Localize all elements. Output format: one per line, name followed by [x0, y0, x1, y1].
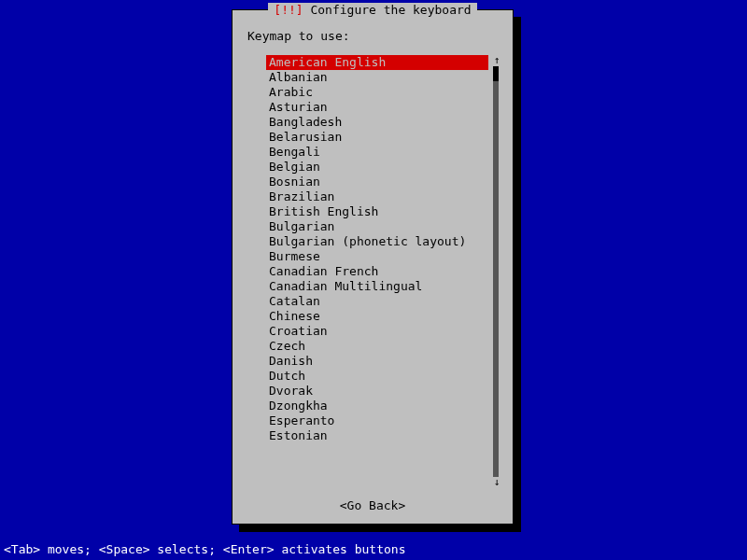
keymap-item[interactable]: Bangladesh — [266, 115, 488, 130]
keymap-item[interactable]: Czech — [266, 339, 488, 354]
keymap-item[interactable]: Chinese — [266, 309, 488, 324]
scroll-track[interactable] — [493, 66, 499, 477]
keymap-item[interactable]: American English — [266, 55, 488, 70]
keymap-item[interactable]: Bengali — [266, 145, 488, 160]
scroll-down-icon[interactable]: ↓ — [492, 477, 501, 488]
help-bar: <Tab> moves; <Space> selects; <Enter> ac… — [4, 542, 405, 556]
keymap-item[interactable]: Estonian — [266, 428, 488, 443]
keymap-item[interactable]: Bulgarian — [266, 219, 488, 234]
scroll-thumb[interactable] — [493, 66, 499, 81]
keymap-item[interactable]: Dzongkha — [266, 399, 488, 413]
dialog-configure-keyboard: [!!] Configure the keyboard Keymap to us… — [232, 9, 514, 525]
keymap-item[interactable]: Dvorak — [266, 384, 488, 399]
keymap-item[interactable]: Croatian — [266, 324, 488, 339]
keymap-item[interactable]: Esperanto — [266, 413, 488, 428]
keymap-item[interactable]: Canadian Multilingual — [266, 279, 488, 294]
keymap-item[interactable]: British English — [266, 204, 488, 219]
keymap-item[interactable]: Brazilian — [266, 189, 488, 204]
keymap-item[interactable]: Albanian — [266, 70, 488, 85]
scroll-up-icon[interactable]: ↑ — [492, 55, 501, 66]
title-text: Configure the keyboard — [310, 3, 471, 17]
keymap-item[interactable]: Bulgarian (phonetic layout) — [266, 234, 488, 249]
scrollbar[interactable]: ↑ ↓ — [492, 55, 501, 488]
keymap-item[interactable]: Burmese — [266, 249, 488, 264]
keymap-item[interactable]: Canadian French — [266, 264, 488, 279]
title-marker: [!!] — [274, 3, 303, 17]
keymap-item[interactable]: Belgian — [266, 160, 488, 175]
prompt-label: Keymap to use: — [247, 29, 350, 43]
keymap-list[interactable]: American EnglishAlbanianArabicAsturianBa… — [266, 55, 488, 443]
keymap-item[interactable]: Asturian — [266, 100, 488, 115]
go-back-button[interactable]: <Go Back> — [233, 498, 513, 512]
keymap-item[interactable]: Bosnian — [266, 175, 488, 189]
dialog-title: [!!] Configure the keyboard — [233, 3, 513, 17]
keymap-item[interactable]: Arabic — [266, 85, 488, 100]
keymap-item[interactable]: Catalan — [266, 294, 488, 309]
keymap-item[interactable]: Belarusian — [266, 130, 488, 145]
keymap-item[interactable]: Dutch — [266, 369, 488, 384]
keymap-item[interactable]: Danish — [266, 354, 488, 369]
